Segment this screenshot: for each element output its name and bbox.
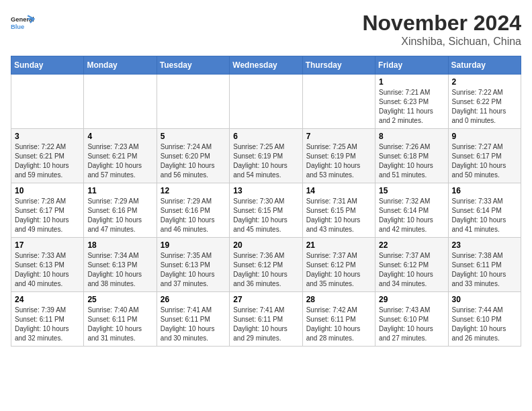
- calendar-week-2: 3Sunrise: 7:22 AM Sunset: 6:21 PM Daylig…: [11, 129, 521, 183]
- day-number: 20: [233, 240, 298, 250]
- table-row: 4Sunrise: 7:23 AM Sunset: 6:21 PM Daylig…: [84, 129, 157, 183]
- day-info: Sunrise: 7:38 AM Sunset: 6:11 PM Dayligh…: [452, 251, 517, 289]
- calendar-week-5: 24Sunrise: 7:39 AM Sunset: 6:11 PM Dayli…: [11, 292, 521, 347]
- day-number: 29: [379, 295, 444, 304]
- header: General Blue November 2024 Xinshiba, Sic…: [11, 11, 521, 48]
- day-info: Sunrise: 7:37 AM Sunset: 6:12 PM Dayligh…: [306, 251, 371, 289]
- svg-text:Blue: Blue: [11, 24, 24, 30]
- day-info: Sunrise: 7:25 AM Sunset: 6:19 PM Dayligh…: [306, 142, 371, 180]
- table-row: 11Sunrise: 7:29 AM Sunset: 6:16 PM Dayli…: [84, 183, 157, 238]
- col-wednesday: Wednesday: [230, 56, 302, 75]
- table-row: 12Sunrise: 7:29 AM Sunset: 6:16 PM Dayli…: [157, 183, 229, 238]
- day-info: Sunrise: 7:33 AM Sunset: 6:13 PM Dayligh…: [15, 251, 80, 289]
- day-info: Sunrise: 7:22 AM Sunset: 6:22 PM Dayligh…: [452, 88, 517, 126]
- table-row: 13Sunrise: 7:30 AM Sunset: 6:15 PM Dayli…: [230, 183, 302, 238]
- day-info: Sunrise: 7:42 AM Sunset: 6:11 PM Dayligh…: [306, 306, 371, 343]
- table-row: 18Sunrise: 7:34 AM Sunset: 6:13 PM Dayli…: [84, 238, 157, 292]
- table-row: 30Sunrise: 7:44 AM Sunset: 6:10 PM Dayli…: [448, 292, 521, 347]
- table-row: 17Sunrise: 7:33 AM Sunset: 6:13 PM Dayli…: [11, 238, 84, 292]
- table-row: 2Sunrise: 7:22 AM Sunset: 6:22 PM Daylig…: [448, 75, 521, 129]
- col-sunday: Sunday: [11, 56, 84, 75]
- day-number: 6: [233, 132, 298, 141]
- table-row: 9Sunrise: 7:27 AM Sunset: 6:17 PM Daylig…: [448, 129, 521, 183]
- table-row: 26Sunrise: 7:41 AM Sunset: 6:11 PM Dayli…: [157, 292, 229, 347]
- table-row: 19Sunrise: 7:35 AM Sunset: 6:13 PM Dayli…: [157, 238, 229, 292]
- day-info: Sunrise: 7:22 AM Sunset: 6:21 PM Dayligh…: [15, 142, 80, 180]
- calendar-table: Sunday Monday Tuesday Wednesday Thursday…: [11, 56, 521, 347]
- calendar-week-4: 17Sunrise: 7:33 AM Sunset: 6:13 PM Dayli…: [11, 238, 521, 292]
- table-row: 21Sunrise: 7:37 AM Sunset: 6:12 PM Dayli…: [302, 238, 375, 292]
- day-info: Sunrise: 7:40 AM Sunset: 6:11 PM Dayligh…: [87, 306, 152, 343]
- calendar-week-1: 1Sunrise: 7:21 AM Sunset: 6:23 PM Daylig…: [11, 75, 521, 129]
- day-number: 3: [15, 132, 80, 141]
- day-number: 2: [452, 77, 517, 87]
- day-number: 18: [87, 240, 152, 250]
- logo: General Blue: [11, 11, 35, 35]
- day-number: 26: [161, 295, 226, 304]
- day-info: Sunrise: 7:41 AM Sunset: 6:11 PM Dayligh…: [161, 306, 226, 343]
- day-number: 24: [15, 295, 80, 304]
- table-row: 1Sunrise: 7:21 AM Sunset: 6:23 PM Daylig…: [375, 75, 448, 129]
- day-info: Sunrise: 7:36 AM Sunset: 6:12 PM Dayligh…: [233, 251, 298, 289]
- table-row: 27Sunrise: 7:41 AM Sunset: 6:11 PM Dayli…: [230, 292, 302, 347]
- day-info: Sunrise: 7:25 AM Sunset: 6:19 PM Dayligh…: [233, 142, 298, 180]
- calendar-header-row: Sunday Monday Tuesday Wednesday Thursday…: [11, 56, 521, 75]
- day-info: Sunrise: 7:26 AM Sunset: 6:18 PM Dayligh…: [379, 142, 444, 180]
- day-number: 7: [306, 132, 371, 141]
- month-title: November 2024: [362, 11, 521, 36]
- table-row: 5Sunrise: 7:24 AM Sunset: 6:20 PM Daylig…: [157, 129, 229, 183]
- table-row: 3Sunrise: 7:22 AM Sunset: 6:21 PM Daylig…: [11, 129, 84, 183]
- day-number: 16: [452, 186, 517, 195]
- day-number: 22: [379, 240, 444, 250]
- day-info: Sunrise: 7:24 AM Sunset: 6:20 PM Dayligh…: [161, 142, 226, 180]
- table-row: 23Sunrise: 7:38 AM Sunset: 6:11 PM Dayli…: [448, 238, 521, 292]
- table-row: [11, 75, 84, 129]
- table-row: 22Sunrise: 7:37 AM Sunset: 6:12 PM Dayli…: [375, 238, 448, 292]
- col-friday: Friday: [375, 56, 448, 75]
- col-tuesday: Tuesday: [157, 56, 229, 75]
- calendar-week-3: 10Sunrise: 7:28 AM Sunset: 6:17 PM Dayli…: [11, 183, 521, 238]
- day-info: Sunrise: 7:30 AM Sunset: 6:15 PM Dayligh…: [233, 197, 298, 234]
- table-row: 25Sunrise: 7:40 AM Sunset: 6:11 PM Dayli…: [84, 292, 157, 347]
- day-info: Sunrise: 7:29 AM Sunset: 6:16 PM Dayligh…: [161, 197, 226, 234]
- day-info: Sunrise: 7:27 AM Sunset: 6:17 PM Dayligh…: [452, 142, 517, 180]
- day-number: 14: [306, 186, 371, 195]
- day-info: Sunrise: 7:28 AM Sunset: 6:17 PM Dayligh…: [15, 197, 80, 234]
- col-saturday: Saturday: [448, 56, 521, 75]
- day-number: 19: [161, 240, 226, 250]
- day-info: Sunrise: 7:35 AM Sunset: 6:13 PM Dayligh…: [161, 251, 226, 289]
- day-number: 11: [87, 186, 152, 195]
- day-info: Sunrise: 7:44 AM Sunset: 6:10 PM Dayligh…: [452, 306, 517, 343]
- table-row: 10Sunrise: 7:28 AM Sunset: 6:17 PM Dayli…: [11, 183, 84, 238]
- day-info: Sunrise: 7:39 AM Sunset: 6:11 PM Dayligh…: [15, 306, 80, 343]
- day-number: 13: [233, 186, 298, 195]
- col-monday: Monday: [84, 56, 157, 75]
- table-row: [84, 75, 157, 129]
- table-row: 16Sunrise: 7:33 AM Sunset: 6:14 PM Dayli…: [448, 183, 521, 238]
- logo-icon: General Blue: [11, 11, 35, 35]
- day-number: 10: [15, 186, 80, 195]
- table-row: [157, 75, 229, 129]
- col-thursday: Thursday: [302, 56, 375, 75]
- table-row: 28Sunrise: 7:42 AM Sunset: 6:11 PM Dayli…: [302, 292, 375, 347]
- day-number: 15: [379, 186, 444, 195]
- day-number: 8: [379, 132, 444, 141]
- table-row: 20Sunrise: 7:36 AM Sunset: 6:12 PM Dayli…: [230, 238, 302, 292]
- day-number: 17: [15, 240, 80, 250]
- title-block: November 2024 Xinshiba, Sichuan, China: [362, 11, 521, 48]
- day-number: 12: [161, 186, 226, 195]
- day-number: 30: [452, 295, 517, 304]
- day-info: Sunrise: 7:41 AM Sunset: 6:11 PM Dayligh…: [233, 306, 298, 343]
- table-row: 8Sunrise: 7:26 AM Sunset: 6:18 PM Daylig…: [375, 129, 448, 183]
- location: Xinshiba, Sichuan, China: [362, 36, 521, 48]
- day-number: 21: [306, 240, 371, 250]
- table-row: 7Sunrise: 7:25 AM Sunset: 6:19 PM Daylig…: [302, 129, 375, 183]
- table-row: 29Sunrise: 7:43 AM Sunset: 6:10 PM Dayli…: [375, 292, 448, 347]
- table-row: 14Sunrise: 7:31 AM Sunset: 6:15 PM Dayli…: [302, 183, 375, 238]
- day-number: 28: [306, 295, 371, 304]
- table-row: 6Sunrise: 7:25 AM Sunset: 6:19 PM Daylig…: [230, 129, 302, 183]
- day-info: Sunrise: 7:31 AM Sunset: 6:15 PM Dayligh…: [306, 197, 371, 234]
- day-info: Sunrise: 7:32 AM Sunset: 6:14 PM Dayligh…: [379, 197, 444, 234]
- day-number: 5: [161, 132, 226, 141]
- day-number: 9: [452, 132, 517, 141]
